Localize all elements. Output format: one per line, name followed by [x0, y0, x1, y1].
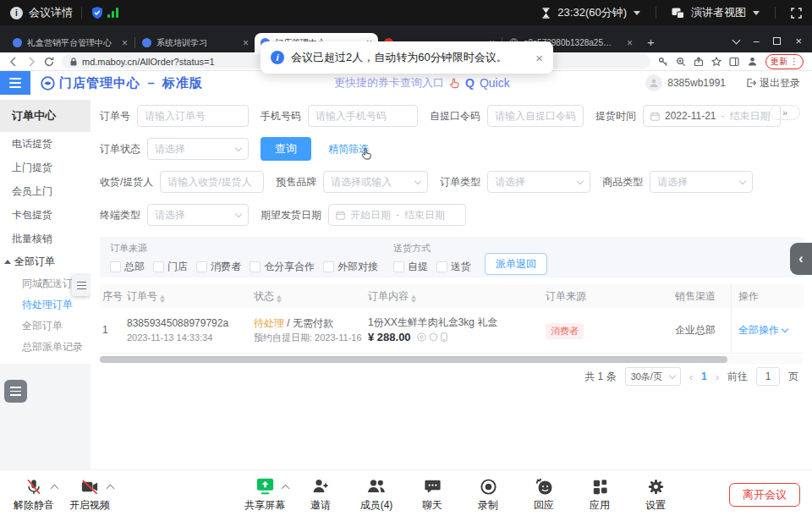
sidebar-item-phone-pickup[interactable]: 电话提货	[0, 132, 91, 156]
checkbox[interactable]	[250, 261, 261, 272]
pickup-date-range[interactable]: 2022-11-21 - 结束日期	[643, 105, 781, 127]
toast-close-icon[interactable]: ×	[535, 51, 543, 65]
browser-tab[interactable]: 系统培训学习 ×	[136, 33, 255, 52]
sidebar-group-all-orders[interactable]: 全部订单	[0, 250, 91, 273]
checkbox-option-delivery[interactable]: 送货	[436, 260, 471, 274]
avatar[interactable]	[645, 74, 662, 91]
unmute-button[interactable]: 解除静音	[12, 475, 56, 513]
order-type-select[interactable]: 请选择	[487, 171, 590, 193]
floating-list-button[interactable]	[4, 380, 27, 403]
page-size-select[interactable]: 30条/页	[625, 367, 681, 386]
promo-link[interactable]: 更快捷的券卡查询入口	[334, 75, 444, 91]
forward-icon[interactable]	[26, 57, 36, 67]
quick-search-icon[interactable]: Q	[465, 76, 475, 90]
tab-close-icon[interactable]: ×	[115, 37, 128, 49]
reload-icon[interactable]	[44, 57, 54, 67]
tab-close-icon[interactable]: ×	[620, 37, 633, 49]
new-tab-icon[interactable]: +	[647, 35, 655, 49]
members-button[interactable]: 成员(4)	[354, 475, 398, 513]
checkbox[interactable]	[153, 261, 164, 272]
search-button[interactable]: 查询	[261, 137, 311, 161]
terminal-type-select[interactable]: 请选择	[147, 204, 249, 226]
current-page[interactable]: 1	[701, 371, 707, 382]
chevron-down-icon[interactable]	[634, 11, 640, 15]
sidebar-item-batch-verify[interactable]: 批量核销	[0, 227, 91, 250]
sidebar-item-pending-orders[interactable]: 待处理订单	[0, 294, 91, 316]
checkbox-option-self-pickup[interactable]: 自提	[393, 260, 428, 274]
window-minimize-icon[interactable]: –	[754, 36, 760, 47]
zoom-icon[interactable]	[676, 57, 686, 67]
view-mode-label[interactable]: 演讲者视图	[691, 5, 746, 20]
shield-check-icon[interactable]	[91, 6, 104, 19]
checkbox-option-consumer[interactable]: 消费者	[196, 260, 241, 274]
ship-date-range[interactable]: 开始日期 - 结束日期	[328, 204, 466, 226]
sidebar-item-door-pickup[interactable]: 上门提货	[0, 156, 91, 179]
back-icon[interactable]	[8, 57, 19, 67]
sort-icon[interactable]	[411, 295, 416, 303]
chevron-up-icon[interactable]	[282, 485, 290, 493]
sort-icon[interactable]	[160, 295, 165, 303]
side-panel-icon[interactable]	[729, 57, 739, 67]
window-maximize-icon[interactable]	[773, 37, 781, 45]
goto-page-input[interactable]	[756, 367, 780, 386]
leave-meeting-button[interactable]: 离开会议	[729, 483, 800, 507]
checkbox-option-store[interactable]: 门店	[153, 260, 188, 274]
window-menu-chevron-icon[interactable]	[732, 36, 740, 44]
panel-collapse-handle[interactable]: ‹	[790, 243, 812, 275]
expand-panel-button[interactable]: »	[770, 105, 800, 120]
key-icon[interactable]	[658, 57, 668, 67]
order-status-select[interactable]: 请选择	[147, 138, 249, 160]
table-row[interactable]: 1 83859345088979792a 2023-11-13 14:33:34…	[100, 308, 804, 354]
share-screen-button[interactable]: 共享屏幕	[243, 475, 287, 513]
browser-tab[interactable]: 礼盒营销平台管理中心 ×	[7, 33, 134, 52]
checkbox-option-warehouse-coop[interactable]: 仓分享合作	[250, 260, 315, 274]
col-content[interactable]: 订单内容	[368, 289, 537, 304]
profile-icon[interactable]	[747, 56, 758, 67]
pickup-code-input[interactable]	[487, 105, 584, 127]
col-order-no[interactable]: 订单号	[127, 289, 254, 304]
tab-close-icon[interactable]: ×	[236, 37, 249, 49]
presale-brand-select[interactable]: 请选择或输入	[323, 171, 428, 193]
sidebar-item-hq-dispatch-records[interactable]: 总部派单记录	[0, 337, 91, 358]
window-close-icon[interactable]: ×	[795, 35, 802, 47]
settings-button[interactable]: 设置	[634, 475, 678, 513]
col-status[interactable]: 状态	[254, 289, 368, 304]
share-icon[interactable]	[694, 57, 704, 67]
fullscreen-icon[interactable]	[791, 8, 802, 19]
sidebar-item-member-visit[interactable]: 会员上门	[0, 179, 91, 203]
all-actions-dropdown[interactable]: 全部操作	[738, 323, 787, 338]
chat-button[interactable]: 聊天	[410, 475, 454, 513]
scrollbar-thumb[interactable]	[100, 356, 727, 363]
goods-type-select[interactable]: 请选择	[650, 171, 753, 193]
prev-page-button[interactable]: ‹	[689, 371, 693, 383]
sidebar-collapse-handle[interactable]	[72, 275, 91, 296]
sidebar-item-card-pickup[interactable]: 卡包提货	[0, 203, 91, 227]
browser-update-button[interactable]: 更新 ⋮	[765, 54, 804, 69]
logout-button[interactable]: 退出登录	[746, 76, 800, 91]
sort-icon[interactable]	[277, 295, 282, 303]
sidebar-item-all-orders[interactable]: 全部订单	[0, 316, 91, 337]
checkbox[interactable]	[436, 261, 447, 272]
checkbox[interactable]	[323, 261, 334, 272]
chevron-down-icon[interactable]	[753, 11, 760, 15]
checkbox-option-hq[interactable]: 总部	[110, 260, 145, 274]
phone-input[interactable]	[308, 105, 418, 127]
checkbox-option-external[interactable]: 外部对接	[323, 260, 378, 274]
chevron-up-icon[interactable]	[107, 485, 115, 493]
checkbox[interactable]	[196, 261, 207, 272]
invite-button[interactable]: 邀请	[299, 475, 343, 513]
start-video-button[interactable]: 开启视频	[68, 475, 112, 513]
checkbox[interactable]	[393, 261, 404, 272]
horizontal-scrollbar[interactable]	[100, 355, 804, 364]
hamburger-menu-button[interactable]	[0, 71, 30, 95]
quick-link[interactable]: Quick	[480, 76, 510, 90]
reaction-button[interactable]: 回应	[522, 475, 566, 513]
meeting-details-label[interactable]: 会议详情	[29, 5, 73, 20]
checkbox[interactable]	[110, 261, 121, 272]
dispatch-return-button[interactable]: 派单退回	[485, 253, 547, 275]
apps-button[interactable]: 应用	[578, 475, 622, 513]
order-no-input[interactable]	[137, 105, 249, 127]
info-icon[interactable]: i	[10, 7, 23, 19]
record-button[interactable]: 录制	[466, 475, 510, 513]
bookmark-star-icon[interactable]	[711, 57, 721, 67]
